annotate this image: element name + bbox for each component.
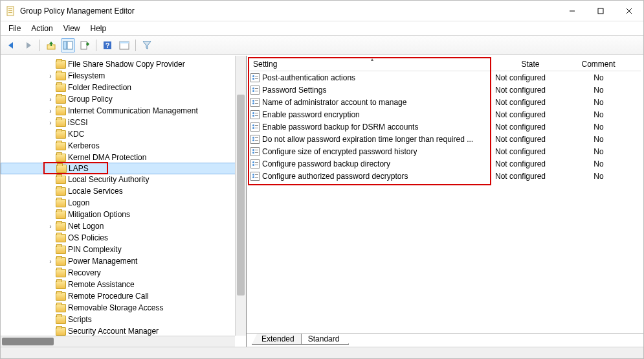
setting-name: Post-authentication actions	[262, 73, 355, 82]
setting-row[interactable]: Post-authentication actionsNot configure…	[249, 71, 641, 84]
expander-icon[interactable]: ›	[46, 119, 55, 126]
svg-rect-11	[81, 41, 87, 49]
tree-item[interactable]: File Share Shadow Copy Provider	[1, 58, 246, 70]
setting-name: Do not allow password expiration time lo…	[262, 135, 473, 144]
setting-comment: No	[566, 73, 631, 82]
forward-button[interactable]	[21, 38, 36, 52]
setting-state: Not configured	[495, 135, 566, 144]
setting-row[interactable]: Name of administrator account to manageN…	[249, 96, 641, 108]
tree-pane: File Share Shadow Copy Provider›Filesyst…	[1, 56, 247, 347]
tree-item[interactable]: Mitigation Options	[1, 209, 246, 220]
back-button[interactable]	[5, 38, 19, 52]
toolbar-separator	[96, 40, 96, 51]
window-title: Group Policy Management Editor	[20, 6, 558, 16]
folder-icon	[56, 199, 66, 207]
tree-item-label: Remote Assistance	[68, 280, 135, 289]
filter-button[interactable]	[140, 38, 154, 52]
tree-item[interactable]: ›Group Policy	[1, 93, 246, 105]
tab-standard[interactable]: Standard	[301, 334, 350, 345]
menu-file[interactable]: File	[3, 23, 26, 34]
tree-item[interactable]: Recovery	[1, 267, 246, 279]
folder-icon	[56, 165, 67, 173]
column-header-state[interactable]: State	[495, 57, 566, 71]
setting-row[interactable]: Configure size of encrypted password his…	[249, 145, 641, 157]
policy-setting-icon	[250, 135, 260, 144]
setting-row[interactable]: Password SettingsNot configuredNo	[249, 84, 641, 96]
setting-row[interactable]: Do not allow password expiration time lo…	[249, 133, 641, 145]
tree-item[interactable]: OS Policies	[1, 232, 246, 244]
setting-row[interactable]: Configure authorized password decryptors…	[249, 170, 641, 182]
settings-list[interactable]: Setting▴ State Comment Post-authenticati…	[247, 56, 643, 334]
menu-action[interactable]: Action	[26, 23, 58, 34]
svg-rect-5	[598, 8, 603, 14]
tab-extended[interactable]: Extended	[252, 334, 302, 345]
tree-item[interactable]: LAPS	[1, 163, 246, 174]
menu-help[interactable]: Help	[85, 23, 112, 34]
setting-row[interactable]: Enable password encryptionNot configured…	[249, 108, 641, 121]
minimize-button[interactable]	[558, 1, 586, 21]
tree-item[interactable]: Kernel DMA Protection	[1, 152, 246, 163]
close-button[interactable]	[615, 1, 643, 21]
policy-setting-icon	[250, 86, 260, 95]
tree-item[interactable]: Scripts	[1, 314, 246, 325]
menu-view[interactable]: View	[58, 23, 85, 34]
show-hide-tree-button[interactable]	[61, 38, 75, 52]
tree-item-label: Kernel DMA Protection	[68, 153, 146, 162]
export-list-button[interactable]	[78, 38, 92, 52]
tree-item[interactable]: Folder Redirection	[1, 82, 246, 93]
tree-item[interactable]: PIN Complexity	[1, 244, 246, 255]
tree-item[interactable]: Locale Services	[1, 185, 246, 197]
tree-item[interactable]: Remote Procedure Call	[1, 290, 246, 302]
setting-name: Enable password backup for DSRM accounts	[262, 122, 418, 132]
setting-name: Enable password encryption	[262, 110, 360, 119]
expander-icon[interactable]: ›	[46, 223, 55, 230]
scrollbar-thumb[interactable]	[237, 95, 245, 295]
expander-icon[interactable]: ›	[46, 73, 55, 80]
tree-item[interactable]: KDC	[1, 128, 246, 140]
tree-item[interactable]: Remote Assistance	[1, 279, 246, 290]
setting-row[interactable]: Enable password backup for DSRM accounts…	[249, 121, 641, 133]
expander-icon[interactable]: ›	[46, 96, 55, 103]
app-icon	[6, 6, 16, 16]
up-button[interactable]	[44, 38, 58, 52]
tree-item-label: Internet Communication Management	[68, 106, 198, 115]
tree-item[interactable]: Removable Storage Access	[1, 302, 246, 314]
tree-scrollbar-vertical[interactable]	[235, 56, 246, 336]
maximize-button[interactable]	[586, 1, 615, 21]
svg-rect-3	[8, 12, 12, 13]
folder-icon	[56, 211, 66, 219]
tree-item-label: KDC	[68, 130, 84, 139]
tree-item[interactable]: ›Internet Communication Management	[1, 105, 246, 117]
scrollbar-thumb[interactable]	[2, 338, 54, 345]
sort-indicator-icon: ▴	[371, 56, 373, 62]
toolbar-separator	[135, 40, 136, 51]
tree-item[interactable]: ›Power Management	[1, 255, 246, 267]
tree-item[interactable]: ›iSCSI	[1, 117, 246, 128]
column-header-setting[interactable]: Setting▴	[249, 57, 495, 71]
setting-row[interactable]: Configure password backup directoryNot c…	[249, 157, 641, 170]
column-headers: Setting▴ State Comment	[249, 57, 641, 71]
help-button[interactable]: ?	[100, 38, 115, 52]
folder-icon	[56, 60, 66, 69]
folder-icon	[56, 222, 66, 231]
folder-icon	[56, 281, 66, 289]
tree-item[interactable]: Logon	[1, 197, 246, 209]
tree-scrollbar-horizontal[interactable]	[1, 336, 235, 347]
expander-icon[interactable]: ›	[46, 258, 55, 265]
tree-body[interactable]: File Share Shadow Copy Provider›Filesyst…	[1, 56, 246, 347]
tree-item[interactable]: ›Filesystem	[1, 70, 246, 82]
expander-icon[interactable]: ›	[46, 108, 55, 115]
setting-state: Not configured	[495, 73, 566, 82]
column-header-comment[interactable]: Comment	[566, 57, 631, 71]
tree-item[interactable]: ›Net Logon	[1, 220, 246, 232]
properties-button[interactable]	[117, 38, 131, 52]
tree-item-label: Security Account Manager	[68, 327, 159, 336]
tree-item[interactable]: Kerberos	[1, 140, 246, 152]
folder-icon	[56, 95, 66, 104]
tree-item[interactable]: Local Security Authority	[1, 174, 246, 185]
setting-state: Not configured	[495, 98, 566, 107]
policy-setting-icon	[250, 122, 260, 132]
tree-item-label: Removable Storage Access	[68, 303, 163, 312]
policy-setting-icon	[250, 159, 260, 168]
folder-icon	[56, 304, 66, 312]
